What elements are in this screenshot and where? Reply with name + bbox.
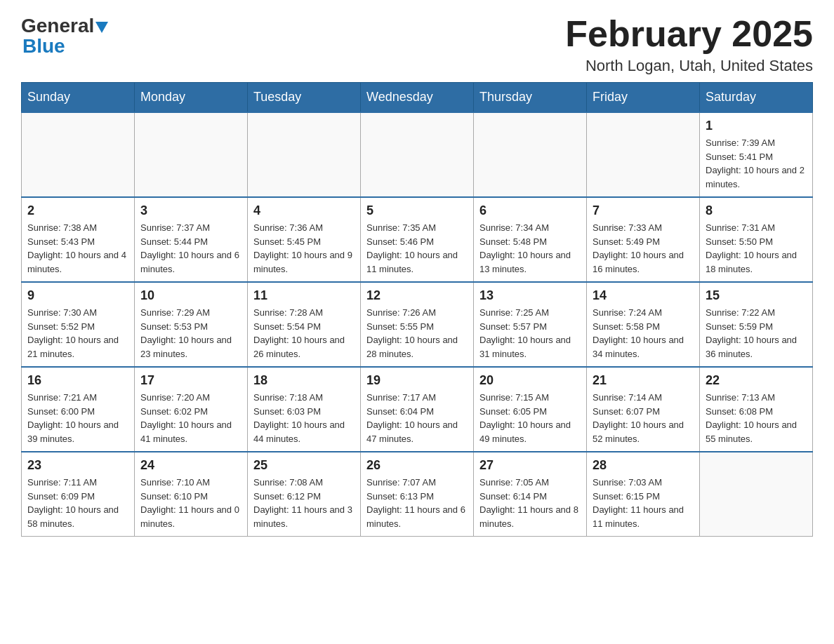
day-number: 27 [479, 458, 581, 473]
calendar-cell: 19Sunrise: 7:17 AM Sunset: 6:04 PM Dayli… [361, 367, 474, 452]
day-info: Sunrise: 7:36 AM Sunset: 5:45 PM Dayligh… [253, 221, 355, 276]
day-header-monday: Monday [135, 83, 248, 113]
day-info: Sunrise: 7:25 AM Sunset: 5:57 PM Dayligh… [479, 306, 581, 361]
day-info: Sunrise: 7:08 AM Sunset: 6:12 PM Dayligh… [253, 476, 355, 530]
calendar-cell: 10Sunrise: 7:29 AM Sunset: 5:53 PM Dayli… [135, 282, 248, 367]
calendar-cell: 13Sunrise: 7:25 AM Sunset: 5:57 PM Dayli… [474, 282, 587, 367]
day-number: 5 [366, 203, 468, 218]
day-info: Sunrise: 7:26 AM Sunset: 5:55 PM Dayligh… [366, 306, 468, 361]
day-number: 4 [253, 203, 355, 218]
day-info: Sunrise: 7:37 AM Sunset: 5:44 PM Dayligh… [140, 221, 241, 276]
day-number: 10 [140, 288, 241, 303]
day-info: Sunrise: 7:11 AM Sunset: 6:09 PM Dayligh… [27, 476, 128, 530]
day-number: 3 [140, 203, 241, 218]
logo-arrow-icon [95, 15, 108, 38]
week-row-3: 9Sunrise: 7:30 AM Sunset: 5:52 PM Daylig… [22, 282, 813, 367]
calendar-cell [474, 112, 587, 197]
calendar-cell: 6Sunrise: 7:34 AM Sunset: 5:48 PM Daylig… [474, 197, 587, 282]
calendar-cell [22, 112, 135, 197]
calendar-cell [587, 112, 700, 197]
day-number: 18 [253, 373, 355, 388]
day-info: Sunrise: 7:30 AM Sunset: 5:52 PM Dayligh… [27, 306, 128, 361]
calendar-cell: 11Sunrise: 7:28 AM Sunset: 5:54 PM Dayli… [248, 282, 361, 367]
calendar-cell: 21Sunrise: 7:14 AM Sunset: 6:07 PM Dayli… [587, 367, 700, 452]
calendar-cell: 7Sunrise: 7:33 AM Sunset: 5:49 PM Daylig… [587, 197, 700, 282]
day-number: 12 [366, 288, 468, 303]
day-info: Sunrise: 7:13 AM Sunset: 6:08 PM Dayligh… [706, 391, 807, 445]
day-info: Sunrise: 7:22 AM Sunset: 5:59 PM Dayligh… [706, 306, 807, 361]
day-info: Sunrise: 7:14 AM Sunset: 6:07 PM Dayligh… [593, 391, 694, 445]
calendar-cell: 16Sunrise: 7:21 AM Sunset: 6:00 PM Dayli… [22, 367, 135, 452]
calendar-cell: 22Sunrise: 7:13 AM Sunset: 6:08 PM Dayli… [700, 367, 813, 452]
day-info: Sunrise: 7:07 AM Sunset: 6:13 PM Dayligh… [366, 476, 468, 530]
day-info: Sunrise: 7:24 AM Sunset: 5:58 PM Dayligh… [593, 306, 694, 361]
title-section: February 2025 North Logan, Utah, United … [565, 14, 813, 75]
calendar-cell: 1Sunrise: 7:39 AM Sunset: 5:41 PM Daylig… [700, 112, 813, 197]
day-number: 23 [27, 458, 128, 473]
day-number: 16 [27, 373, 128, 388]
day-info: Sunrise: 7:34 AM Sunset: 5:48 PM Dayligh… [479, 221, 581, 276]
calendar-cell [700, 452, 813, 537]
calendar-header-row: SundayMondayTuesdayWednesdayThursdayFrid… [22, 83, 813, 113]
day-info: Sunrise: 7:10 AM Sunset: 6:10 PM Dayligh… [140, 476, 241, 530]
week-row-5: 23Sunrise: 7:11 AM Sunset: 6:09 PM Dayli… [22, 452, 813, 537]
svg-marker-0 [95, 22, 108, 33]
day-info: Sunrise: 7:33 AM Sunset: 5:49 PM Dayligh… [593, 221, 694, 276]
calendar-cell: 5Sunrise: 7:35 AM Sunset: 5:46 PM Daylig… [361, 197, 474, 282]
day-info: Sunrise: 7:15 AM Sunset: 6:05 PM Dayligh… [479, 391, 581, 445]
day-number: 7 [593, 203, 694, 218]
day-info: Sunrise: 7:17 AM Sunset: 6:04 PM Dayligh… [366, 391, 468, 445]
calendar-cell: 27Sunrise: 7:05 AM Sunset: 6:14 PM Dayli… [474, 452, 587, 537]
day-info: Sunrise: 7:05 AM Sunset: 6:14 PM Dayligh… [479, 476, 581, 530]
calendar-cell: 3Sunrise: 7:37 AM Sunset: 5:44 PM Daylig… [135, 197, 248, 282]
day-number: 1 [706, 119, 807, 133]
day-number: 13 [479, 288, 581, 303]
calendar-cell: 2Sunrise: 7:38 AM Sunset: 5:43 PM Daylig… [22, 197, 135, 282]
calendar-cell [361, 112, 474, 197]
day-info: Sunrise: 7:21 AM Sunset: 6:00 PM Dayligh… [27, 391, 128, 445]
location: North Logan, Utah, United States [565, 57, 813, 75]
day-header-sunday: Sunday [22, 83, 135, 113]
calendar-cell: 8Sunrise: 7:31 AM Sunset: 5:50 PM Daylig… [700, 197, 813, 282]
logo-blue-text: Blue [22, 35, 65, 57]
day-header-wednesday: Wednesday [361, 83, 474, 113]
day-number: 9 [27, 288, 128, 303]
calendar-cell: 12Sunrise: 7:26 AM Sunset: 5:55 PM Dayli… [361, 282, 474, 367]
day-number: 15 [706, 288, 807, 303]
calendar-cell: 17Sunrise: 7:20 AM Sunset: 6:02 PM Dayli… [135, 367, 248, 452]
calendar-table: SundayMondayTuesdayWednesdayThursdayFrid… [21, 82, 813, 537]
day-number: 25 [253, 458, 355, 473]
calendar-cell: 4Sunrise: 7:36 AM Sunset: 5:45 PM Daylig… [248, 197, 361, 282]
day-info: Sunrise: 7:38 AM Sunset: 5:43 PM Dayligh… [27, 221, 128, 276]
calendar-cell: 26Sunrise: 7:07 AM Sunset: 6:13 PM Dayli… [361, 452, 474, 537]
page-header: General Blue February 2025 North Logan, … [21, 14, 813, 75]
day-number: 11 [253, 288, 355, 303]
day-info: Sunrise: 7:35 AM Sunset: 5:46 PM Dayligh… [366, 221, 468, 276]
calendar-cell [248, 112, 361, 197]
day-info: Sunrise: 7:03 AM Sunset: 6:15 PM Dayligh… [593, 476, 694, 530]
calendar-cell: 9Sunrise: 7:30 AM Sunset: 5:52 PM Daylig… [22, 282, 135, 367]
day-info: Sunrise: 7:28 AM Sunset: 5:54 PM Dayligh… [253, 306, 355, 361]
calendar-cell: 18Sunrise: 7:18 AM Sunset: 6:03 PM Dayli… [248, 367, 361, 452]
day-header-tuesday: Tuesday [248, 83, 361, 113]
calendar-cell: 23Sunrise: 7:11 AM Sunset: 6:09 PM Dayli… [22, 452, 135, 537]
day-header-thursday: Thursday [474, 83, 587, 113]
day-number: 20 [479, 373, 581, 388]
day-number: 6 [479, 203, 581, 218]
calendar-cell: 24Sunrise: 7:10 AM Sunset: 6:10 PM Dayli… [135, 452, 248, 537]
month-title: February 2025 [565, 14, 813, 54]
week-row-1: 1Sunrise: 7:39 AM Sunset: 5:41 PM Daylig… [22, 112, 813, 197]
calendar-cell: 15Sunrise: 7:22 AM Sunset: 5:59 PM Dayli… [700, 282, 813, 367]
day-number: 14 [593, 288, 694, 303]
day-number: 17 [140, 373, 241, 388]
day-info: Sunrise: 7:31 AM Sunset: 5:50 PM Dayligh… [706, 221, 807, 276]
day-info: Sunrise: 7:29 AM Sunset: 5:53 PM Dayligh… [140, 306, 241, 361]
calendar-cell: 14Sunrise: 7:24 AM Sunset: 5:58 PM Dayli… [587, 282, 700, 367]
day-number: 19 [366, 373, 468, 388]
calendar-cell: 28Sunrise: 7:03 AM Sunset: 6:15 PM Dayli… [587, 452, 700, 537]
day-info: Sunrise: 7:20 AM Sunset: 6:02 PM Dayligh… [140, 391, 241, 445]
day-number: 28 [593, 458, 694, 473]
day-header-saturday: Saturday [700, 83, 813, 113]
day-number: 22 [706, 373, 807, 388]
logo: General Blue [21, 14, 108, 58]
